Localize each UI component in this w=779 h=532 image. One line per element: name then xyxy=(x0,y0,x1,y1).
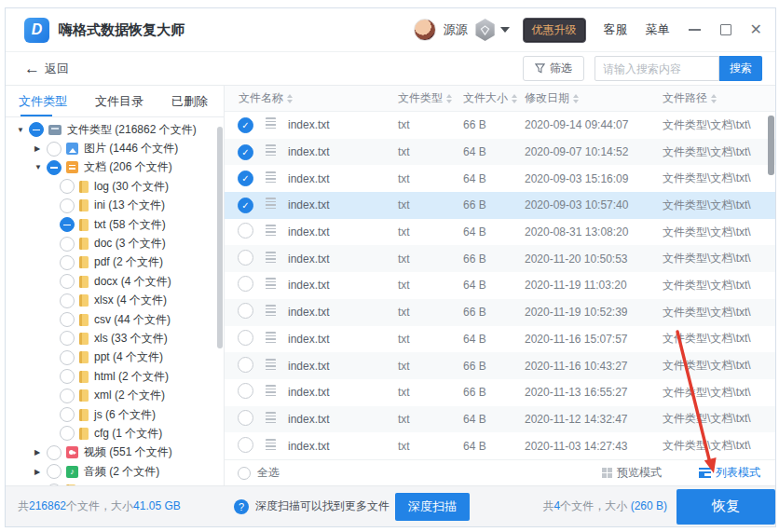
vip-badge-icon[interactable] xyxy=(475,19,496,41)
filter-button[interactable]: 筛选 xyxy=(523,56,584,81)
tree-item[interactable]: xml (2 个文件) xyxy=(6,386,224,404)
username[interactable]: 源源 xyxy=(444,21,468,38)
column-header-name[interactable]: 文件名称 xyxy=(225,90,398,106)
tree-checkbox[interactable] xyxy=(47,160,62,175)
tree-item[interactable]: ini (13 个文件) xyxy=(6,197,224,215)
table-row[interactable]: index.txttxt66 B2020-11-19 10:52:39文件类型\… xyxy=(225,299,775,326)
tree-item[interactable]: pdf (2 个文件) xyxy=(6,253,224,272)
tree-item[interactable]: xlsx (4 个文件) xyxy=(6,292,224,310)
tree-checkbox[interactable] xyxy=(60,350,75,365)
tree-item[interactable]: doc (3 个文件) xyxy=(6,234,224,252)
column-header-date[interactable]: 修改日期 xyxy=(525,90,663,106)
table-row[interactable]: index.txttxt64 B2020-08-31 13:08:20文件类型\… xyxy=(225,219,775,246)
preview-mode-button[interactable]: 预览模式 xyxy=(602,465,662,481)
search-button[interactable]: 搜索 xyxy=(719,56,762,81)
tree-checkbox[interactable] xyxy=(60,217,75,232)
chevron-down-icon[interactable] xyxy=(500,27,510,33)
recover-button[interactable]: 恢复 xyxy=(676,489,775,525)
tree-item[interactable]: ▶音频 (2 个文件) xyxy=(6,462,224,481)
back-button[interactable]: ← 返回 xyxy=(24,61,69,77)
deep-scan-button[interactable]: 深度扫描 xyxy=(395,493,470,521)
tab-deleted[interactable]: 已删除 xyxy=(171,86,208,116)
table-row[interactable]: ✓index.txttxt64 B2020-09-07 10:14:52文件类型… xyxy=(225,139,775,166)
tree-item[interactable]: ▶ xyxy=(6,481,224,485)
tree-checkbox[interactable] xyxy=(60,198,75,213)
row-checkbox[interactable] xyxy=(238,303,253,319)
expand-arrow-icon[interactable]: ▶ xyxy=(34,468,47,476)
tab-file-directory[interactable]: 文件目录 xyxy=(95,86,144,116)
tree-checkbox[interactable] xyxy=(60,407,75,422)
expand-arrow-icon[interactable]: ▶ xyxy=(34,144,47,153)
tree-checkbox[interactable] xyxy=(60,179,75,194)
minimize-button[interactable] xyxy=(689,23,702,36)
column-header-size[interactable]: 文件大小 xyxy=(463,90,525,106)
tree-item[interactable]: ▼文档 (206 个文件) xyxy=(6,158,224,177)
upgrade-button[interactable]: 优惠升级 xyxy=(523,18,586,43)
column-header-type[interactable]: 文件类型 xyxy=(398,90,463,106)
tree-checkbox[interactable] xyxy=(60,389,75,403)
tree-checkbox[interactable] xyxy=(60,293,75,308)
table-row[interactable]: ✓index.txttxt64 B2020-09-03 15:16:09文件类型… xyxy=(225,165,775,192)
table-row[interactable]: ✓index.txttxt66 B2020-09-03 10:57:40文件类型… xyxy=(225,192,775,219)
tree-checkbox[interactable] xyxy=(29,122,44,137)
tree-item[interactable]: ppt (4 个文件) xyxy=(6,348,224,367)
tree-item[interactable]: log (30 个文件) xyxy=(6,177,224,196)
tree-checkbox[interactable] xyxy=(60,426,75,441)
user-avatar[interactable] xyxy=(414,19,436,41)
tree-checkbox[interactable] xyxy=(47,445,62,460)
tree-checkbox[interactable] xyxy=(60,237,75,252)
row-checkbox[interactable] xyxy=(238,223,253,239)
row-checkbox[interactable] xyxy=(238,330,253,346)
row-checkbox[interactable]: ✓ xyxy=(238,117,253,133)
column-header-path[interactable]: 文件路径 xyxy=(663,90,775,106)
list-mode-button[interactable]: 列表模式 xyxy=(699,465,760,481)
table-row[interactable]: index.txttxt66 B2020-11-13 16:55:27文件类型\… xyxy=(225,379,775,406)
row-checkbox[interactable] xyxy=(238,250,253,266)
expand-arrow-icon[interactable]: ▼ xyxy=(17,126,29,134)
help-icon[interactable]: ? xyxy=(234,499,249,514)
tree-item[interactable]: cfg (1 个文件) xyxy=(6,424,224,443)
table-row[interactable]: index.txttxt64 B2020-11-19 11:03:20文件类型\… xyxy=(225,272,775,299)
table-row[interactable]: index.txttxt64 B2020-11-16 15:07:57文件类型\… xyxy=(225,326,775,353)
tree-item[interactable]: csv (44 个文件) xyxy=(6,310,224,329)
sidebar-scrollbar[interactable] xyxy=(217,127,223,348)
search-input[interactable] xyxy=(594,56,719,81)
tree-checkbox[interactable] xyxy=(60,274,75,289)
tree-item[interactable]: html (2 个文件) xyxy=(6,367,224,386)
tree-checkbox[interactable] xyxy=(47,464,62,479)
support-button[interactable]: 客服 xyxy=(604,21,628,38)
tab-file-type[interactable]: 文件类型 xyxy=(19,86,67,116)
tree-item[interactable]: txt (58 个文件) xyxy=(6,215,224,234)
row-checkbox[interactable]: ✓ xyxy=(238,198,253,213)
row-checkbox[interactable]: ✓ xyxy=(238,171,253,186)
table-row[interactable]: ✓index.txttxt66 B2020-09-14 09:44:07文件类型… xyxy=(225,112,775,139)
tree-item[interactable]: ▶视频 (551 个文件) xyxy=(6,443,224,462)
row-checkbox[interactable]: ✓ xyxy=(238,144,253,160)
tree-item[interactable]: xls (33 个文件) xyxy=(6,329,224,348)
tree-item[interactable]: ▼文件类型 (216862 个文件) xyxy=(6,120,224,139)
tree-item[interactable]: docx (4 个文件) xyxy=(6,272,224,291)
select-all-checkbox[interactable]: 全选 xyxy=(238,465,280,481)
table-row[interactable]: index.txttxt64 B2020-11-03 14:27:43文件类型\… xyxy=(225,432,775,459)
maximize-button[interactable] xyxy=(720,24,731,35)
menu-button[interactable]: 菜单 xyxy=(646,21,670,38)
tree-checkbox[interactable] xyxy=(60,331,75,346)
row-checkbox[interactable] xyxy=(238,437,253,453)
table-row[interactable]: index.txttxt66 B2020-11-16 10:43:27文件类型\… xyxy=(225,352,775,379)
row-checkbox[interactable] xyxy=(238,357,253,373)
tree-item[interactable]: ▶图片 (1446 个文件) xyxy=(6,139,224,157)
tree-checkbox[interactable] xyxy=(60,312,75,327)
row-checkbox[interactable] xyxy=(238,383,253,399)
tree-item[interactable]: js (6 个文件) xyxy=(6,405,224,424)
expand-arrow-icon[interactable]: ▶ xyxy=(34,448,47,457)
table-scrollbar[interactable] xyxy=(768,116,774,175)
tree-checkbox[interactable] xyxy=(47,484,62,485)
tree-checkbox[interactable] xyxy=(47,142,62,157)
row-checkbox[interactable] xyxy=(238,410,253,426)
table-row[interactable]: index.txttxt64 B2020-11-12 14:32:47文件类型\… xyxy=(225,406,775,433)
tree-checkbox[interactable] xyxy=(60,369,75,384)
close-button[interactable]: ✕ xyxy=(750,22,762,37)
tree-checkbox[interactable] xyxy=(60,255,75,270)
expand-arrow-icon[interactable]: ▼ xyxy=(34,163,47,171)
row-checkbox[interactable] xyxy=(238,276,253,292)
